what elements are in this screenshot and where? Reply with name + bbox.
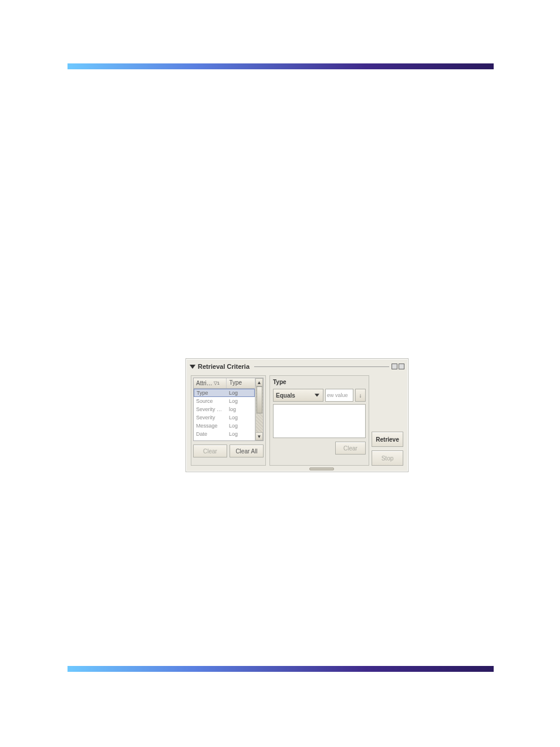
cell-attribute: Severity [194,415,227,420]
scroll-thumb[interactable] [257,386,262,413]
table-row[interactable]: Type Log [194,389,255,397]
criteria-clear-label: Clear [343,445,357,452]
table-row[interactable]: Source Log [194,397,255,405]
retrieve-button-label: Retrieve [376,436,399,443]
value-placeholder: ew value [327,392,348,398]
cell-type: Log [227,398,255,404]
left-button-row: Clear Clear All [193,445,264,457]
operator-dropdown[interactable]: Equals [273,389,323,402]
attributes-columns: Attri… ▽1 Type Type Log Source Log [194,378,255,440]
clear-all-button[interactable]: Clear All [230,445,264,457]
cell-attribute: Type [194,390,227,396]
cell-attribute: Date [194,431,227,437]
operator-dropdown-label: Equals [276,392,295,399]
header-window-icons [392,364,404,369]
stop-button[interactable]: Stop [372,450,403,466]
collapse-toggle-icon[interactable] [190,365,195,369]
maximize-icon[interactable] [399,364,404,369]
panel-header: Retrieval Criteria [190,361,404,372]
cell-type: Log [227,431,255,437]
vertical-scrollbar[interactable]: ▲ ▼ [255,378,263,440]
cell-attribute: Source [194,398,227,404]
table-row[interactable]: Severity Log [194,413,255,422]
attributes-rows: Type Log Source Log Severity … log Sever… [194,389,255,438]
arrow-down-icon: ↓ [359,392,362,399]
stop-button-label: Stop [382,455,394,462]
footer-gradient-bar [68,666,494,672]
panel-title: Retrieval Criteria [198,363,249,370]
clear-button[interactable]: Clear [193,445,227,457]
column-header-type[interactable]: Type [227,378,255,388]
attributes-header-row: Attri… ▽1 Type [194,378,255,389]
cell-type: Log [227,423,255,429]
scroll-track[interactable] [255,386,263,432]
clear-all-button-label: Clear All [235,448,257,455]
criteria-title: Type [273,379,366,385]
resize-handle[interactable] [309,467,334,470]
cell-attribute: Severity … [194,406,227,412]
criteria-condition-row: Equals ew value ↓ [273,389,366,402]
column-header-attribute[interactable]: Attri… ▽1 [194,378,227,388]
criteria-values-list[interactable] [273,404,366,438]
retrieve-button[interactable]: Retrieve [372,432,403,447]
table-row[interactable]: Date Log [194,430,255,438]
cell-attribute: Message [194,423,227,429]
scroll-up-arrow-icon[interactable]: ▲ [255,378,263,386]
column-header-attribute-label: Attri… [196,380,212,386]
attributes-table: Attri… ▽1 Type Type Log Source Log [193,378,264,441]
criteria-clear-button[interactable]: Clear [335,442,366,455]
action-buttons-pane: Retrieve Stop [372,375,403,466]
header-divider [254,366,389,367]
column-header-type-label: Type [229,379,242,386]
cell-type: log [227,406,255,412]
cell-type: Log [227,415,255,420]
table-row[interactable]: Message Log [194,422,255,430]
sort-indicator: ▽1 [214,381,220,386]
clear-button-label: Clear [203,448,217,455]
value-input[interactable]: ew value [325,389,353,402]
criteria-editor-pane: Type Equals ew value ↓ Clear [269,375,369,466]
attributes-pane: Attri… ▽1 Type Type Log Source Log [191,375,266,466]
header-gradient-bar [68,63,494,69]
scroll-down-arrow-icon[interactable]: ▼ [255,432,263,440]
restore-icon[interactable] [392,364,397,369]
retrieval-criteria-panel: Retrieval Criteria Attri… ▽1 Type [185,358,409,472]
cell-type: Log [227,390,254,396]
table-row[interactable]: Severity … log [194,405,255,413]
add-value-button[interactable]: ↓ [355,389,366,402]
